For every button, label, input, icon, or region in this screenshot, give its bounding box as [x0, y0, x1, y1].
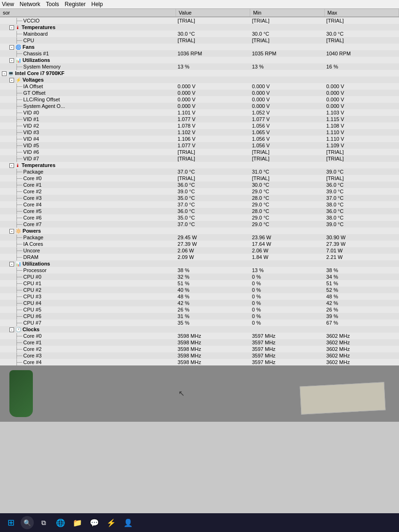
- col-max: Max: [324, 9, 399, 17]
- sensor-min: 3597 MHz: [250, 333, 324, 339]
- menu-help[interactable]: Help: [92, 1, 103, 8]
- start-button[interactable]: ⊞: [4, 516, 18, 530]
- sensor-min: 23.96 W: [250, 234, 324, 241]
- sensor-max: 7.01 W: [324, 247, 399, 254]
- table-row: ├─VID #01.101 V1.052 V1.103 V: [0, 109, 399, 116]
- search-button[interactable]: 🔍: [21, 516, 34, 529]
- sensor-label: ├─Uncore: [0, 247, 176, 254]
- expand-icon[interactable]: -: [9, 262, 14, 266]
- table-row: -🌀 Fans: [0, 44, 399, 50]
- sensor-value: [TRIAL]: [176, 175, 250, 182]
- sensor-value: 36.0 °C: [176, 182, 250, 188]
- table-row: ├─VID #11.077 V1.077 V1.115 V: [0, 116, 399, 122]
- sensor-label: ├─VID #3: [0, 129, 176, 136]
- expand-icon[interactable]: -: [9, 229, 14, 234]
- sensor-min: 0.000 V: [250, 83, 324, 90]
- col-min: Min: [250, 9, 324, 17]
- sensor-label: ├─Core #4: [0, 201, 176, 208]
- sensor-max: 2.21 W: [324, 254, 399, 260]
- sensor-min: [250, 44, 324, 50]
- sensor-min: 28.0 °C: [250, 208, 324, 214]
- sensor-label: -🔆 Powers: [0, 228, 176, 234]
- sensor-value: 1036 RPM: [176, 50, 250, 57]
- sensor-max: 38.0 °C: [324, 201, 399, 208]
- teams-icon[interactable]: 💬: [87, 516, 101, 530]
- menu-view[interactable]: View: [2, 1, 14, 8]
- menu-tools[interactable]: Tools: [46, 1, 59, 8]
- table-row: ├─VID #31.102 V1.065 V1.110 V: [0, 129, 399, 136]
- table-row: ├─VID #41.106 V1.056 V1.110 V: [0, 136, 399, 142]
- sensor-max: 30.0 °C: [324, 30, 399, 37]
- sensor-value: 31 %: [176, 313, 250, 319]
- sensor-value: 40 %: [176, 287, 250, 293]
- user-icon[interactable]: 👤: [121, 516, 135, 530]
- table-row: -🌡 Temperatures: [0, 162, 399, 168]
- sensor-label: ├─VID #4: [0, 136, 176, 142]
- expand-icon[interactable]: -: [2, 71, 7, 76]
- hwinfo-icon[interactable]: ⚡: [104, 516, 118, 530]
- task-view-button[interactable]: ⧉: [37, 516, 51, 530]
- table-row: ├─VID #6[TRIAL][TRIAL][TRIAL]: [0, 149, 399, 155]
- sensor-label: ├─VID #6: [0, 149, 176, 155]
- sensor-min: 0.000 V: [250, 96, 324, 103]
- table-row: ├─Core #0[TRIAL][TRIAL][TRIAL]: [0, 175, 399, 182]
- sensor-min: 0.000 V: [250, 103, 324, 109]
- sensor-value: 13 %: [176, 63, 250, 70]
- menu-register[interactable]: Register: [65, 1, 86, 8]
- table-row: ├─CPU #735 %0 %67 %: [0, 319, 399, 326]
- sensor-label: ├─GT Offset: [0, 90, 176, 96]
- table-row: ├─Core #43598 MHz3597 MHz3602 MHz: [0, 359, 399, 365]
- sensor-max: 1.108 V: [324, 122, 399, 129]
- expand-icon[interactable]: -: [9, 45, 14, 50]
- sensor-value: [TRIAL]: [176, 149, 250, 155]
- sensor-value: 30.0 °C: [176, 30, 250, 37]
- sensor-max: 38.0 °C: [324, 214, 399, 221]
- power-icon: 🔆: [15, 228, 21, 234]
- sensor-label: ├─Core #7: [0, 221, 176, 228]
- temp-icon: 🌡: [15, 163, 20, 168]
- expand-icon[interactable]: -: [9, 25, 14, 30]
- sensor-max: 1.110 V: [324, 136, 399, 142]
- sensor-min: 0 %: [250, 274, 324, 280]
- expand-icon[interactable]: -: [9, 58, 14, 63]
- sensor-min: 0 %: [250, 293, 324, 300]
- sensor-max: [324, 228, 399, 234]
- sensor-value: [TRIAL]: [176, 37, 250, 44]
- expand-icon[interactable]: -: [9, 163, 14, 168]
- sensor-min: 31.0 °C: [250, 168, 324, 175]
- sensor-table: sor Value Min Max ├─VCCIO[TRIAL][TRIAL][…: [0, 9, 399, 365]
- sensor-label: ├─IA Offset: [0, 83, 176, 90]
- sensor-label: ├─Core #2: [0, 346, 176, 352]
- sensor-max: 51 %: [324, 280, 399, 287]
- sensor-label: ├─Core #6: [0, 214, 176, 221]
- sensor-value: [TRIAL]: [176, 17, 250, 24]
- expand-icon[interactable]: -: [9, 327, 14, 332]
- sensor-value: 2.06 W: [176, 247, 250, 254]
- sensor-value: 32 %: [176, 274, 250, 280]
- sensor-value: 3598 MHz: [176, 359, 250, 365]
- expand-icon[interactable]: -: [9, 78, 14, 83]
- sensor-max: 39.0 °C: [324, 221, 399, 228]
- sensor-min: 1.065 V: [250, 129, 324, 136]
- table-row: ├─Core #136.0 °C30.0 °C36.0 °C: [0, 182, 399, 188]
- sensor-max: 52 %: [324, 287, 399, 293]
- table-row: ├─CPU #442 %0 %42 %: [0, 300, 399, 306]
- sensor-label: ├─VID #1: [0, 116, 176, 122]
- sensor-min: 29.0 °C: [250, 214, 324, 221]
- sensor-value: 35 %: [176, 319, 250, 326]
- sensor-label: ├─Mainboard: [0, 30, 176, 37]
- sensor-max: 67 %: [324, 319, 399, 326]
- sensor-max: [324, 162, 399, 168]
- sensor-min: 0 %: [250, 280, 324, 287]
- explorer-icon[interactable]: 📁: [70, 516, 84, 530]
- sensor-min: [TRIAL]: [250, 37, 324, 44]
- sensor-value: [176, 162, 250, 168]
- sensor-min: [250, 70, 324, 76]
- sensor-max: 1.110 V: [324, 129, 399, 136]
- table-row: -📊 Utilizations: [0, 260, 399, 267]
- edge-icon[interactable]: 🌐: [54, 516, 68, 530]
- menu-network[interactable]: Network: [20, 1, 40, 8]
- sensor-max: [TRIAL]: [324, 175, 399, 182]
- sensor-max: [TRIAL]: [324, 37, 399, 44]
- sensor-max: 39 %: [324, 313, 399, 319]
